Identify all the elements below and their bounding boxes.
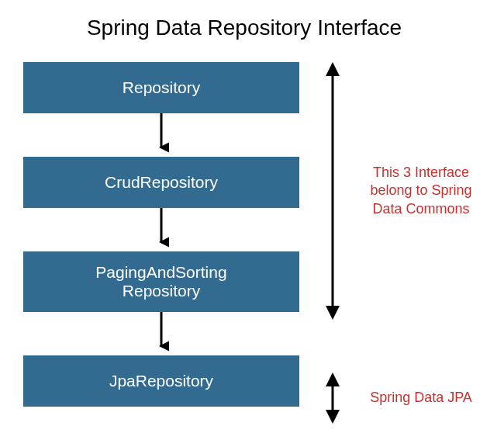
arrow-down-1 [154, 113, 169, 157]
bracket-commons: This 3 Interface belong to Spring Data C… [324, 62, 487, 320]
diagram-content: Repository CrudRepository PagingAndSorti… [23, 62, 481, 435]
box-crud-repository: CrudRepository [23, 157, 299, 208]
box-paging-sorting-repository: PagingAndSortingRepository [23, 251, 299, 312]
double-arrow-icon [324, 62, 341, 320]
hierarchy-column: Repository CrudRepository PagingAndSorti… [23, 62, 299, 407]
box-repository: Repository [23, 62, 299, 113]
diagram-title: Spring Data Repository Interface [8, 16, 481, 40]
annotation-jpa-label: Spring Data JPA [355, 389, 487, 407]
arrow-down-3 [154, 312, 169, 355]
annotation-commons-label: This 3 Interface belong to Spring Data C… [355, 164, 487, 218]
double-arrow-icon [324, 372, 341, 424]
box-jpa-repository: JpaRepository [23, 355, 299, 407]
box-label: PagingAndSortingRepository [95, 263, 226, 300]
bracket-jpa: Spring Data JPA [324, 372, 487, 424]
annotation-column: This 3 Interface belong to Spring Data C… [299, 62, 481, 435]
arrow-down-2 [154, 208, 169, 251]
